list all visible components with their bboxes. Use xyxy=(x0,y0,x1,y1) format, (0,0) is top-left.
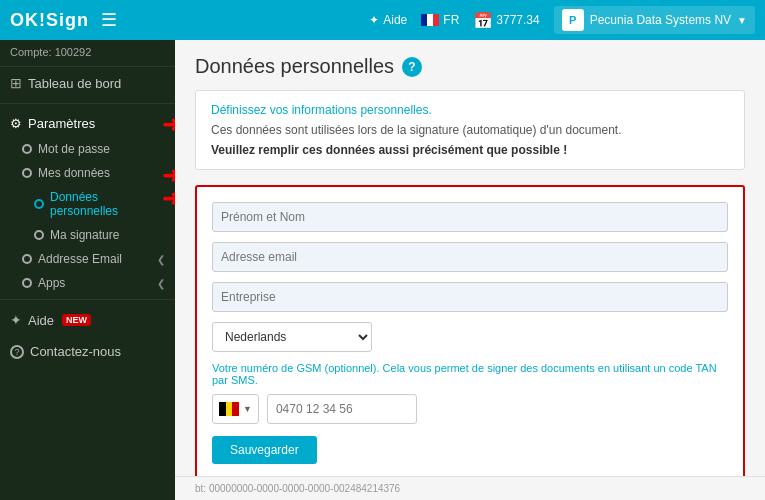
sidebar-item-mot-de-passe[interactable]: Mot de passe xyxy=(0,137,175,161)
email-input[interactable] xyxy=(212,242,728,272)
sidebar-label-tableau: Tableau de bord xyxy=(28,76,121,91)
chevron-right-email-icon: ❮ xyxy=(157,254,165,265)
sidebar-parametres-container: ⚙ Paramètres ➜ xyxy=(0,108,175,137)
phone-input[interactable] xyxy=(267,394,417,424)
be-flag-icon xyxy=(219,402,239,416)
name-input[interactable] xyxy=(212,202,728,232)
form-field-name xyxy=(212,202,728,232)
fr-flag-icon xyxy=(421,14,439,26)
sidebar-label-apps: Apps xyxy=(38,276,65,290)
content-wrapper: Données personnelles ? Définissez vos in… xyxy=(175,40,765,500)
new-badge: NEW xyxy=(62,314,91,326)
aide-label: Aide xyxy=(383,13,407,27)
sidebar-label-mesdonnees: Mes données xyxy=(38,166,110,180)
sidebar-divider-1 xyxy=(0,103,175,104)
sidebar-label-donnees: Données personnelles xyxy=(50,190,165,218)
info-line3: Veuillez remplir ces données aussi préci… xyxy=(211,143,729,157)
info-line2: Ces données sont utilisées lors de la si… xyxy=(211,123,729,137)
circle-icon-email xyxy=(22,254,32,264)
country-flag-select[interactable]: ▼ xyxy=(212,394,259,424)
account-name: Pecunia Data Systems NV xyxy=(590,13,731,27)
sidebar-label-contactez: Contactez-nous xyxy=(30,344,121,359)
info-line1: Définissez vos informations personnelles… xyxy=(211,103,729,117)
sidebar-item-donnees-personnelles[interactable]: Données personnelles xyxy=(0,185,175,223)
circle-icon-mdp xyxy=(22,144,32,154)
sidebar-item-ma-signature[interactable]: Ma signature xyxy=(0,223,175,247)
sidebar-item-aide[interactable]: ✦ Aide NEW xyxy=(0,304,175,336)
account-code-section: 📅 3777.34 xyxy=(473,11,539,30)
sidebar-label-email: Addresse Email xyxy=(38,252,122,266)
language-select[interactable]: Nederlands Français English xyxy=(212,322,372,352)
aide-icon: ✦ xyxy=(10,312,22,328)
language-select-container: Nederlands Français English xyxy=(212,322,728,352)
sidebar-item-tableau[interactable]: ⊞ Tableau de bord xyxy=(0,67,175,99)
sidebar-item-mes-donnees[interactable]: Mes données xyxy=(0,161,175,185)
account-code: 3777.34 xyxy=(496,13,539,27)
sidebar-mesdonnees-container: Mes données ➜ xyxy=(0,161,175,185)
calendar-icon: 📅 xyxy=(473,11,493,30)
sidebar-label-signature: Ma signature xyxy=(50,228,119,242)
account-icon: P xyxy=(562,9,584,31)
content-area: Données personnelles ? Définissez vos in… xyxy=(175,40,765,476)
info-box: Définissez vos informations personnelles… xyxy=(195,90,745,170)
page-title: Données personnelles xyxy=(195,55,394,78)
flag-chevron-icon: ▼ xyxy=(243,404,252,414)
phone-row: ▼ xyxy=(212,394,728,424)
header: OK!Sign ☰ ✦ Aide FR 📅 3777.34 P Pecunia … xyxy=(0,0,765,40)
form-field-email xyxy=(212,242,728,272)
gear-icon: ⚙ xyxy=(10,116,22,131)
account-section[interactable]: P Pecunia Data Systems NV ▼ xyxy=(554,6,755,34)
sidebar-account-label: Compte: 100292 xyxy=(0,40,175,67)
logo: OK!Sign xyxy=(10,10,89,31)
sidebar-label-parametres: Paramètres xyxy=(28,116,95,131)
gsm-note: Votre numéro de GSM (optionnel). Cela vo… xyxy=(212,362,728,386)
sidebar-item-parametres[interactable]: ⚙ Paramètres xyxy=(0,108,175,137)
sidebar: Compte: 100292 ⊞ Tableau de bord ⚙ Param… xyxy=(0,40,175,500)
sidebar-apps-inner: Apps xyxy=(22,276,65,290)
sidebar-donnees-container: Données personnelles ➜ xyxy=(0,185,175,223)
contactez-icon: ? xyxy=(10,345,24,359)
circle-icon-apps xyxy=(22,278,32,288)
sidebar-item-email[interactable]: Addresse Email ❮ xyxy=(0,247,175,271)
sidebar-label-aide: Aide xyxy=(28,313,54,328)
footer-id: bt: 00000000-0000-0000-0000-002484214376 xyxy=(175,476,765,500)
circle-icon-mesdonnees xyxy=(22,168,32,178)
circle-icon-donnees xyxy=(34,199,44,209)
lang-label: FR xyxy=(443,13,459,27)
sidebar-email-inner: Addresse Email xyxy=(22,252,122,266)
company-input[interactable] xyxy=(212,282,728,312)
chevron-right-apps-icon: ❮ xyxy=(157,278,165,289)
save-button[interactable]: Sauvegarder xyxy=(212,436,317,464)
aide-button[interactable]: ✦ Aide xyxy=(369,13,407,27)
circle-icon-signature xyxy=(34,230,44,240)
form-field-company xyxy=(212,282,728,312)
sidebar-item-contactez[interactable]: ? Contactez-nous xyxy=(0,336,175,367)
sidebar-divider-2 xyxy=(0,299,175,300)
hamburger-icon[interactable]: ☰ xyxy=(101,9,117,31)
language-section[interactable]: FR xyxy=(421,13,459,27)
chevron-down-icon: ▼ xyxy=(737,15,747,26)
page-title-row: Données personnelles ? xyxy=(195,55,745,78)
help-circle-icon[interactable]: ? xyxy=(402,57,422,77)
form-card: Nederlands Français English Votre numéro… xyxy=(195,185,745,476)
header-left: OK!Sign ☰ xyxy=(10,9,117,31)
header-right: ✦ Aide FR 📅 3777.34 P Pecunia Data Syste… xyxy=(369,6,755,34)
main-layout: Compte: 100292 ⊞ Tableau de bord ⚙ Param… xyxy=(0,40,765,500)
sidebar-item-apps[interactable]: Apps ❮ xyxy=(0,271,175,295)
aide-plus-icon: ✦ xyxy=(369,13,379,27)
dashboard-icon: ⊞ xyxy=(10,75,22,91)
sidebar-label-mdp: Mot de passe xyxy=(38,142,110,156)
